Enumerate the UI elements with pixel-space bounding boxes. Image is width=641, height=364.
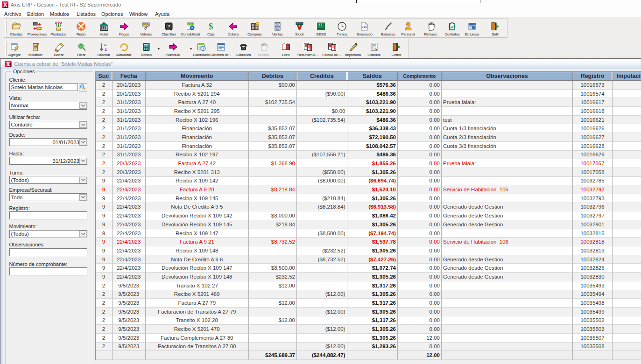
table-row[interactable]: 231/1/2023Financiación$35,852.07$108,042…	[96, 142, 641, 151]
svg-text:a: a	[104, 42, 106, 47]
toolbar-button-resumen-d[interactable]: Resumen d...	[296, 42, 320, 59]
column-header-imputacion[interactable]: Imputacion	[613, 72, 641, 81]
toolbar-button-personal[interactable]: Personal	[396, 21, 420, 39]
movimiento-select[interactable]: (Todos)	[9, 230, 88, 238]
toolbar-button-actualizar[interactable]: Actualizar	[112, 42, 136, 59]
column-header-complemento[interactable]: Complemento	[398, 72, 442, 81]
table-row[interactable]: 922/4/2023Recibo X 109 147($8,500.00)($7…	[96, 229, 641, 238]
menu-opciones[interactable]: Opciones	[101, 11, 123, 17]
table-row[interactable]: 922/4/2023Devolución Recibo X 109 147$8,…	[96, 264, 641, 273]
menu-listados[interactable]: Listados	[77, 11, 96, 17]
client-search-button[interactable]	[79, 83, 87, 91]
toolbar-button-ordenes-de[interactable]: Ordenes de...	[209, 42, 233, 59]
table-row[interactable]: 922/4/2023Devolución Recibo X 109 142$8,…	[96, 211, 641, 220]
toolbar-button-cerrar[interactable]: Cerrar	[384, 42, 409, 59]
uitlizar-fecha-select[interactable]: Contable	[9, 121, 88, 129]
table-row[interactable]: 231/1/2023Financiación$35,852.07$72,190.…	[96, 133, 641, 142]
toolbar-button-libro[interactable]: Libro	[274, 42, 298, 59]
column-header-saldos[interactable]: Saldos	[347, 72, 398, 81]
toolbar-button-recibo[interactable]: Recibo	[134, 42, 158, 59]
cell-deb: $8,500.00	[249, 264, 297, 273]
table-row[interactable]: 922/4/2023Factura A 9 21$8,732.52$1,537.…	[96, 238, 641, 246]
document-title-bar[interactable]: Cuenta a cobrar de "Sotelo Matias Nicola…	[0, 59, 641, 70]
table-row[interactable]: 922/4/2023Recibo X 109 145($218.84)$1,30…	[96, 194, 641, 203]
desde-dropdown-button[interactable]	[79, 139, 87, 146]
toolbar-button-pagos[interactable]: Pagos	[112, 21, 136, 39]
table-row[interactable]: 922/4/2023Devolución Recibo X 109 145$21…	[96, 220, 641, 229]
table-row[interactable]: 29/5/2023Transito X 102 27$12.00$1,317.2…	[96, 281, 641, 290]
table-row[interactable]: 29/5/2023Factura A 27 79$12.00$1,317.260…	[96, 299, 641, 308]
hasta-input[interactable]: 31/12/2023	[9, 157, 88, 165]
column-header-creditos[interactable]: Creditos	[297, 72, 347, 81]
column-header-registro[interactable]: Registro	[573, 72, 613, 81]
toolbar-button-smercado[interactable]: 010Smercado	[352, 21, 377, 39]
table-row[interactable]: 29/5/2023Facturacion de Transitos A 27 7…	[96, 308, 641, 316]
toolbar-button-proveedores[interactable]: Proveedores	[25, 21, 49, 39]
column-header-movimiento[interactable]: Movimiento	[146, 72, 249, 81]
cliente-input[interactable]: Sotelo Matias Nicolas	[9, 83, 78, 91]
toolbar-button-compras[interactable]: Compras	[242, 21, 267, 39]
uitlizar-fecha-dropdown-button[interactable]	[79, 121, 87, 128]
número-de-comprobante-input[interactable]	[9, 267, 88, 275]
table-row[interactable]: 220/3/2023Recibo X 5201 313($550.00)$1,3…	[96, 168, 641, 177]
toolbar-button-turnos[interactable]: Turnos	[330, 21, 354, 39]
toolbar-button-ctas-ban[interactable]: Ctas Ban	[156, 21, 181, 39]
table-row[interactable]: 231/1/2023Financiación$35,852.07$36,338.…	[96, 124, 641, 133]
table-row[interactable]: 231/1/2023Recibo X 102 196($102,735.54)$…	[96, 116, 641, 125]
table-row[interactable]: 29/5/2023Transito X 102 28$12.00$1,317.2…	[96, 316, 641, 325]
observaciones-input[interactable]	[9, 248, 88, 256]
column-header-fecha[interactable]: Fecha	[113, 72, 146, 81]
menu-modulos[interactable]: Modulos	[50, 11, 70, 17]
table-row[interactable]: 29/5/2023Recibo X 5201 469($12.00)$1,305…	[96, 290, 641, 299]
toolbar-button-resto[interactable]: Resto	[69, 21, 93, 39]
toolbar-button-valores[interactable]: Valores	[134, 21, 158, 39]
empresa-sucursal-select[interactable]: Todo	[9, 193, 88, 201]
toolbar-button-modificar[interactable]: Modificar	[23, 42, 48, 59]
turno-select[interactable]: (Todos)	[9, 176, 88, 184]
table-row[interactable]: 29/5/2023Recibo X 5201 470($12.00)$1,305…	[96, 325, 641, 334]
toolbar-button-individual[interactable]: Individual	[161, 42, 185, 59]
toolbar-button-salir[interactable]: Salir	[483, 21, 507, 39]
toolbar-button-borrar[interactable]: Borrar	[47, 42, 71, 59]
desde-input[interactable]: 01/01/2023	[9, 138, 88, 146]
table-row[interactable]: 922/4/2023Recibo X 109 142($8,000.00)($6…	[96, 177, 641, 186]
toolbar-button-clientes[interactable]: Clientes	[4, 21, 28, 39]
toolbar-button-productos[interactable]: Productos	[46, 21, 70, 39]
hasta-dropdown-button[interactable]	[79, 158, 87, 164]
toolbar-button-ventas[interactable]: Ventas	[265, 21, 289, 39]
table-row[interactable]: 231/1/2023Factura A 27 40$102,735.54$103…	[96, 98, 641, 107]
menu-window[interactable]: Window	[129, 11, 148, 17]
vista-dropdown-button[interactable]	[79, 102, 87, 109]
table-row[interactable]: 922/4/2023Nota De Credito A 9 5($8,218.8…	[96, 203, 641, 212]
table-row[interactable]: 220/1/2023Factura A 32$90.00$576.360.001…	[96, 81, 641, 90]
vista-select[interactable]: Normal	[9, 102, 88, 110]
table-row[interactable]: 220/3/2023Factura A 27 42$1,368.90$1,855…	[96, 159, 641, 168]
toolbar-button-caja[interactable]: $Caja	[199, 21, 223, 39]
column-header-debitos[interactable]: Debitos	[249, 72, 297, 81]
toolbar-button-filtrar[interactable]: Filtrar	[69, 42, 93, 59]
turno-dropdown-button[interactable]	[79, 177, 87, 183]
toolbar-button-empresa[interactable]: Empresa	[460, 21, 484, 39]
toolbar-button-cobros[interactable]: Cobros	[221, 21, 246, 39]
toolbar-button-fichajes[interactable]: Fichajes	[418, 21, 443, 39]
table-row[interactable]: 29/5/2023Facturacion de Transitos A 27 8…	[96, 343, 641, 351]
table-row[interactable]: 922/4/2023Nota De Credito A 9 6($8,732.5…	[96, 255, 641, 264]
menu-ayuda[interactable]: Ayuda	[155, 11, 169, 17]
column-header-observaciones[interactable]: Observaciones	[442, 72, 573, 81]
table-row[interactable]: 922/4/2023Devolución Recibo X 109 148$23…	[96, 273, 641, 281]
table-row[interactable]: 231/1/2023Recibo X 5201 295$0.00$103,221…	[96, 107, 641, 116]
doc-window-icon	[216, 42, 226, 52]
table-row[interactable]: 231/1/2023Recibo X 102 197($107,556.21)$…	[96, 151, 641, 160]
table-row[interactable]: 922/4/2023Factura A 9 20$8,218.84$1,524.…	[96, 185, 641, 194]
table-row[interactable]: 922/4/2023Recibo X 109 148($232.52)$1,30…	[96, 246, 641, 255]
toolbar-button-listados[interactable]: Listados	[362, 42, 386, 59]
movimiento-dropdown-button[interactable]	[79, 231, 87, 237]
toolbar-button-stock[interactable]: Stock	[288, 21, 312, 39]
table-row[interactable]: 220/1/2023Recibo X 5201 294($90.00)$486.…	[96, 90, 641, 98]
table-row[interactable]: 29/5/2023Factura Complemento A 27 80$1,3…	[96, 334, 641, 343]
registro-input[interactable]	[9, 211, 88, 219]
menu-archivo[interactable]: Archivo	[4, 11, 21, 17]
column-header-suc[interactable]: Suc	[96, 72, 113, 81]
empresa-sucursal-dropdown-button[interactable]	[79, 194, 87, 201]
menu-edicion[interactable]: Edicion	[27, 11, 44, 17]
